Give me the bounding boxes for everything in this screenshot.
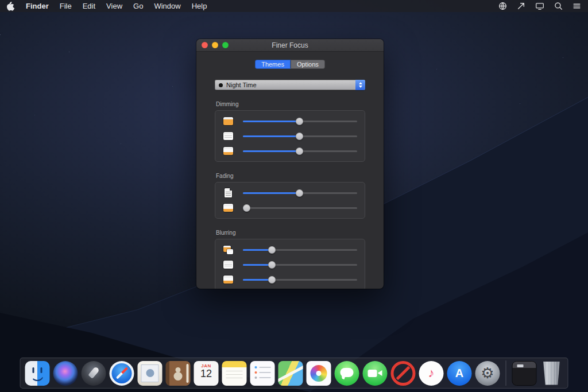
- dimming-slider-2[interactable]: [243, 131, 357, 141]
- slider-row: [223, 116, 357, 126]
- search-icon[interactable]: [554, 2, 563, 10]
- dock-icon-reminders[interactable]: [250, 361, 275, 386]
- slider-thumb[interactable]: [268, 276, 276, 284]
- fading-slider-1[interactable]: [243, 188, 357, 197]
- menu-bar-right: [498, 2, 581, 10]
- window-white-orange-icon: [223, 147, 233, 155]
- blurring-slider-3[interactable]: [243, 275, 357, 284]
- window-white-icon: [223, 261, 233, 269]
- apple-menu-icon[interactable]: [7, 2, 15, 11]
- menu-item-view[interactable]: View: [106, 2, 122, 10]
- menu-item-window[interactable]: Window: [154, 2, 180, 10]
- blurring-slider-2[interactable]: [243, 260, 357, 269]
- menu-item-help[interactable]: Help: [192, 2, 207, 10]
- dock-icon-calendar[interactable]: JAN 12: [194, 361, 219, 386]
- title-bar[interactable]: Finer Focus: [196, 39, 384, 52]
- windows-stack-icon: [223, 246, 233, 254]
- app-store-letter: A: [455, 367, 463, 379]
- slider-thumb[interactable]: [268, 261, 276, 269]
- document-icon: [223, 188, 233, 197]
- dock-icon-siri[interactable]: [53, 361, 78, 386]
- section-label-fading: Fading: [216, 173, 365, 179]
- blurring-group: [215, 239, 365, 289]
- dock-icon-itunes[interactable]: ♪: [419, 361, 444, 386]
- menu-bar: Finder File Edit View Go Window Help: [0, 0, 588, 12]
- fading-group: [215, 182, 365, 219]
- slider-row: [223, 146, 357, 156]
- dock-icon-mail[interactable]: [138, 361, 163, 386]
- dock-icon-contacts[interactable]: [166, 361, 191, 386]
- section-label-blurring: Blurring: [216, 230, 365, 236]
- slider-fill: [243, 150, 299, 152]
- slider-fill: [243, 121, 299, 122]
- menu-item-go[interactable]: Go: [133, 2, 143, 10]
- finer-focus-window: Finer Focus Themes Options Night Time Di…: [196, 39, 384, 289]
- dock-icon-finder[interactable]: [25, 361, 50, 386]
- window-white-orange-icon: [223, 275, 233, 284]
- slider-thumb[interactable]: [296, 118, 303, 125]
- dock-icon-trash[interactable]: [541, 362, 562, 385]
- dock-icon-app-store[interactable]: A: [447, 361, 472, 386]
- gear-icon: ⚙: [481, 366, 494, 381]
- slider-fill: [243, 192, 299, 194]
- dock-icon-restricted[interactable]: [391, 361, 416, 386]
- dimming-slider-3[interactable]: [243, 146, 357, 156]
- slider-track: [243, 207, 357, 209]
- popup-arrows-icon: [355, 80, 365, 90]
- slider-fill: [243, 135, 299, 137]
- tab-options[interactable]: Options: [291, 60, 325, 69]
- desktop: Finder File Edit View Go Window Help: [0, 0, 588, 392]
- slider-row: [223, 259, 357, 270]
- dock-icon-system-preferences[interactable]: ⚙: [475, 361, 500, 386]
- dock-icon-notes[interactable]: [222, 361, 247, 386]
- dock-icon-photos[interactable]: [307, 361, 331, 386]
- dock: JAN 12 ♪ A ⚙: [20, 358, 568, 389]
- window-white-icon: [223, 132, 233, 140]
- dimming-slider-1[interactable]: [243, 117, 357, 126]
- menu-app-name[interactable]: Finder: [26, 2, 49, 10]
- music-note-icon: ♪: [428, 367, 435, 379]
- minimize-button[interactable]: [212, 42, 218, 48]
- slider-thumb[interactable]: [268, 246, 276, 254]
- theme-select[interactable]: Night Time: [215, 80, 365, 90]
- window-content: Themes Options Night Time Dimming: [196, 52, 384, 289]
- slider-thumb[interactable]: [296, 189, 303, 197]
- section-label-dimming: Dimming: [216, 101, 365, 107]
- traffic-lights: [202, 39, 229, 51]
- stars: [0, 34, 1, 35]
- tab-themes[interactable]: Themes: [255, 60, 291, 69]
- slider-fill: [243, 279, 272, 281]
- dock-icon-dark-app[interactable]: [512, 361, 537, 386]
- slider-thumb[interactable]: [243, 204, 250, 212]
- tab-bar: Themes Options: [215, 60, 365, 69]
- calendar-day: 12: [200, 368, 212, 380]
- list-icon[interactable]: [572, 2, 581, 10]
- menu-bar-left: Finder File Edit View Go Window Help: [7, 2, 207, 11]
- dock-icon-launchpad[interactable]: [82, 361, 106, 386]
- slider-row: [223, 244, 357, 255]
- globe-icon[interactable]: [498, 2, 507, 10]
- slider-row: [223, 274, 357, 285]
- display-icon[interactable]: [535, 2, 544, 10]
- close-button[interactable]: [202, 42, 208, 48]
- slider-thumb[interactable]: [296, 133, 303, 140]
- slider-row: [223, 131, 357, 141]
- dock-icon-safari[interactable]: [110, 361, 134, 386]
- cursor-arrow-icon[interactable]: [517, 2, 525, 10]
- window-white-orange-icon: [223, 204, 233, 212]
- dock-icon-messages[interactable]: [335, 361, 359, 386]
- dock-icon-maps[interactable]: [278, 361, 303, 386]
- slider-thumb[interactable]: [296, 148, 303, 155]
- zoom-button[interactable]: [222, 42, 229, 48]
- dimming-group: [215, 110, 365, 162]
- blurring-slider-1[interactable]: [243, 245, 357, 254]
- window-orange-icon: [223, 117, 233, 125]
- fading-slider-2[interactable]: [243, 203, 357, 212]
- slider-row: [223, 188, 357, 198]
- theme-select-value: Night Time: [226, 81, 257, 88]
- dock-icon-facetime[interactable]: [363, 361, 388, 386]
- menu-item-file[interactable]: File: [60, 2, 72, 10]
- slider-fill: [243, 264, 272, 266]
- menu-item-edit[interactable]: Edit: [83, 2, 95, 10]
- slider-row: [223, 203, 357, 213]
